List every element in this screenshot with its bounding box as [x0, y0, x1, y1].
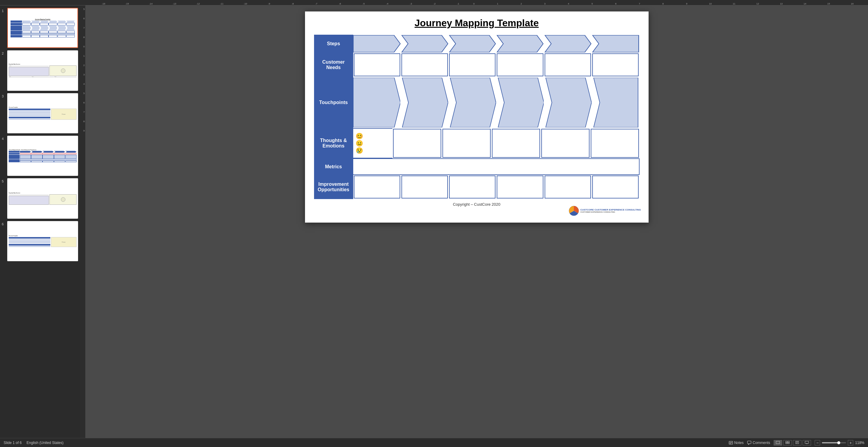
ruler-mark: -12: [196, 2, 200, 5]
ruler-mark: -5: [363, 2, 365, 5]
slide-canvas: Journey Mapping Template Steps: [305, 11, 649, 222]
svg-marker-4: [545, 35, 591, 52]
emotions-cell-3: [442, 129, 491, 158]
emotions-cell-5: [541, 129, 590, 158]
ruler-mark: -8: [291, 2, 293, 5]
slide-thumb-2[interactable]: 2 Empathy Map Exercise Header: [2, 50, 78, 90]
needs-cell-1: [354, 53, 400, 76]
ruler-mark: 3: [544, 2, 546, 5]
svg-marker-7: [402, 78, 448, 127]
ruler-top: -16 -15 -14 -13 -12 -11 -10 -9 -8 -7 -6 …: [0, 0, 868, 5]
ruler-mark: -11: [220, 2, 224, 5]
zoom-slider-fill: [822, 442, 839, 443]
slide-preview-5[interactable]: Empathy Map Exercise: [7, 178, 78, 218]
slide-thumb-1[interactable]: 1 Journey Mapping Template: [2, 8, 78, 48]
slide-preview-4[interactable]: Journey Mapping Example – Client Utilizi…: [7, 136, 78, 176]
ruler-mark: 5: [592, 2, 593, 5]
step-arrow-4: [496, 35, 544, 53]
slide-number-4: 4: [2, 136, 7, 141]
step-arrow-5: [544, 35, 592, 53]
slide-number-6: 6: [2, 221, 7, 226]
svg-rect-21: [786, 443, 787, 444]
zoom-in-button[interactable]: +: [848, 440, 853, 446]
ruler-mark: 4: [568, 2, 569, 5]
neutral-emoji: 😐: [355, 140, 363, 146]
content-area: 5 6 7 8 0 1 2 3 4 5 6 7 8 9 Journey Mapp…: [80, 5, 868, 438]
slide-thumb-4[interactable]: 4 Journey Mapping Example – Client Utili…: [2, 136, 78, 176]
thumb5-title: Empathy Map Exercise: [9, 192, 20, 193]
comments-label: Comments: [752, 441, 770, 445]
slide-preview-3[interactable]: Persona Template Picture: [7, 93, 78, 133]
needs-cell-4: [497, 53, 543, 76]
svg-marker-5: [592, 35, 639, 52]
ruler-mark: -3: [410, 2, 412, 5]
reading-view-button[interactable]: [793, 440, 801, 446]
zoom-level: 118%: [855, 441, 864, 445]
improvement-label: Improvement Opportunities: [314, 175, 353, 199]
thumb4-title: Journey Mapping Example – Client Utilizi…: [9, 149, 36, 150]
custcore-logo-graphic: [569, 206, 579, 216]
metrics-cell: [353, 158, 640, 175]
thumb1-title: Journey Mapping Template: [35, 19, 51, 20]
improve-cell-5: [545, 176, 591, 199]
improve-cells-container: [353, 175, 640, 199]
ruler-mark: 6: [615, 2, 616, 5]
touch-arrow-3: [449, 77, 496, 128]
touch-arrow-5: [544, 77, 592, 128]
slide-thumb-3[interactable]: 3 Persona Template: [2, 93, 78, 133]
ruler-mark: -1: [457, 2, 459, 5]
emotions-content: 😊 😐 😢: [353, 128, 640, 158]
slide-thumb-6[interactable]: 6 Persona Template: [2, 221, 78, 261]
slide-preview-2[interactable]: Empathy Map Exercise Header: [7, 50, 78, 90]
ruler-mark: 0: [473, 2, 474, 5]
step-arrow-6: [592, 35, 640, 53]
emotions-cell-4: [492, 129, 540, 158]
ruler-mark: 12: [756, 2, 759, 5]
emotions-container: 😊 😐 😢: [353, 128, 640, 158]
improve-cell-4: [497, 176, 543, 199]
steps-label: Steps: [314, 35, 353, 53]
normal-view-button[interactable]: [774, 440, 782, 446]
touch-arrow-1: [353, 77, 401, 128]
needs-cell-6: [592, 53, 639, 76]
metrics-content: [353, 158, 640, 175]
slide-number-5: 5: [2, 178, 7, 183]
slide-sorter-button[interactable]: [783, 440, 792, 446]
svg-marker-11: [594, 78, 638, 127]
ruler-mark: 13: [780, 2, 783, 5]
notes-button[interactable]: Notes: [729, 441, 744, 445]
thumb2-title: Empathy Map Exercise: [9, 64, 20, 65]
zoom-slider-track[interactable]: [822, 442, 846, 443]
touch-arrow-2: [401, 77, 448, 128]
needs-cell-5: [545, 53, 591, 76]
slide-thumb-5[interactable]: 5 Empathy Map Exercise: [2, 178, 78, 218]
touch-arrow-6: [592, 77, 640, 128]
slide-number-2: 2: [2, 50, 7, 55]
ruler-mark: 14: [804, 2, 806, 5]
slide-number-3: 3: [2, 93, 7, 98]
presenter-view-button[interactable]: [803, 440, 811, 446]
emotions-first-cell: 😊 😐 😢: [353, 128, 393, 158]
ruler-mark: -6: [339, 2, 341, 5]
comments-button[interactable]: Comments: [747, 441, 770, 445]
ruler-mark: 9: [686, 2, 687, 5]
svg-marker-0: [353, 35, 400, 52]
needs-cell-2: [401, 53, 448, 76]
canvas-area[interactable]: Journey Mapping Template Steps: [85, 5, 868, 438]
emotions-other-cells: [393, 128, 640, 158]
step-arrow-2: [401, 35, 449, 53]
status-bar: Slide 1 of 6 English (United States) Not…: [0, 438, 868, 447]
slide-preview-6[interactable]: Persona Template Picture: [7, 221, 78, 261]
steps-arrows: [353, 35, 640, 53]
ruler-mark: -16: [102, 2, 105, 5]
language-info: English (United States): [27, 441, 64, 445]
svg-rect-18: [776, 441, 780, 444]
slide-preview-1[interactable]: Journey Mapping Template: [7, 8, 78, 48]
ruler-mark: 11: [733, 2, 735, 5]
ruler-mark: 8: [662, 2, 664, 5]
svg-rect-27: [805, 441, 809, 443]
ruler-top-inner: -16 -15 -14 -13 -12 -11 -10 -9 -8 -7 -6 …: [80, 0, 868, 5]
zoom-out-button[interactable]: −: [815, 440, 820, 446]
touch-arrow-4: [497, 77, 544, 128]
view-buttons: [774, 440, 811, 446]
